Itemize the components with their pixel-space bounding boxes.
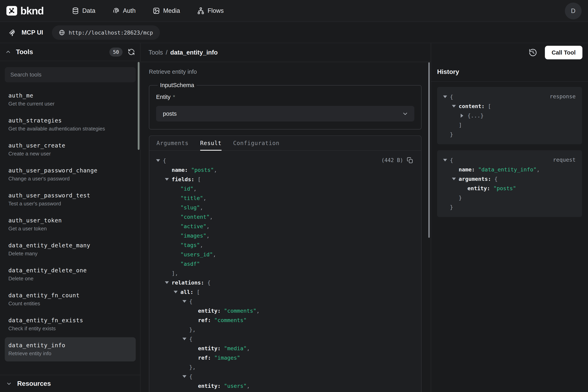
sidebar-tool-auth_user_token[interactable]: auth_user_tokenGet a user token <box>5 212 136 236</box>
tool-name: data_entity_fn_count <box>8 292 132 299</box>
collapse-triangle-icon[interactable] <box>174 291 178 293</box>
tool-detail-panel: Retrieve entity info InputSchema Entity*… <box>141 62 431 392</box>
tool-name: data_entity_delete_one <box>8 267 132 274</box>
json-line: entity: "posts" <box>443 184 576 193</box>
collapse-triangle-icon[interactable] <box>452 178 456 180</box>
json-line: ref: "images" <box>156 353 413 362</box>
entity-field-label: Entity* <box>156 94 414 100</box>
expand-triangle-icon[interactable] <box>461 114 463 118</box>
sidebar-tool-data_entity_fn_count[interactable]: data_entity_fn_countCount entities <box>5 287 136 312</box>
json-line: { <box>156 372 413 381</box>
copy-icon[interactable] <box>407 157 413 164</box>
mcp-logo-icon <box>8 28 16 37</box>
history-entry-response[interactable]: response{content: [{...}]} <box>437 87 582 144</box>
collapse-triangle-icon[interactable] <box>165 281 169 284</box>
main-scrollbar[interactable] <box>428 62 430 238</box>
tab-configuration[interactable]: Configuration <box>233 136 279 150</box>
json-line: arguments: { <box>443 174 576 184</box>
history-clock-icon[interactable] <box>529 48 537 57</box>
workflow-icon <box>197 7 204 14</box>
collapse-triangle-icon[interactable] <box>156 159 160 162</box>
history-entry-type: request <box>553 157 576 163</box>
sidebar-tool-data_entity_info[interactable]: data_entity_infoRetrieve entity info <box>5 337 136 362</box>
search-input[interactable] <box>5 67 136 82</box>
tabs-row: ArgumentsResultConfiguration <box>149 136 421 151</box>
result-json-lines: {name: "posts",fields: ["id","title","sl… <box>156 156 413 392</box>
tool-description: Get the current user <box>8 101 132 107</box>
tool-name: auth_user_password_test <box>8 192 132 199</box>
resources-section-title: Resources <box>17 380 51 388</box>
json-line: } <box>443 193 576 202</box>
json-line: "tags", <box>156 240 413 250</box>
tool-name: data_entity_delete_many <box>8 242 132 249</box>
required-mark: * <box>173 94 175 100</box>
json-line: ref: "users" <box>156 390 413 392</box>
collapse-triangle-icon[interactable] <box>443 96 447 98</box>
json-line: {...} <box>443 111 576 120</box>
sidebar-scrollbar[interactable] <box>138 62 140 150</box>
main-header: Tools / data_entity_info Call Tool <box>141 43 588 62</box>
chevron-down-icon <box>402 110 408 117</box>
breadcrumb-section[interactable]: Tools <box>149 49 163 56</box>
entity-select-value: posts <box>163 110 177 117</box>
tool-name: auth_user_password_change <box>8 167 132 174</box>
tool-description: Check if entity exists <box>8 326 132 332</box>
collapse-triangle-icon[interactable] <box>452 105 456 108</box>
image-icon <box>153 7 160 14</box>
nav-item-media[interactable]: Media <box>153 7 180 14</box>
user-avatar[interactable]: D <box>565 2 582 20</box>
brand-name: bknd <box>20 5 43 17</box>
history-entry-request[interactable]: request{name: "data_entity_info",argumen… <box>437 150 582 217</box>
refresh-icon[interactable] <box>128 48 135 56</box>
mcp-title: MCP UI <box>21 29 43 36</box>
collapse-triangle-icon[interactable] <box>183 300 187 303</box>
tool-description: Test a user's password <box>8 200 132 207</box>
entity-select[interactable]: posts <box>156 106 414 122</box>
sidebar-tool-auth_user_create[interactable]: auth_user_createCreate a new user <box>5 138 136 162</box>
json-line: { <box>156 156 413 165</box>
json-line: } <box>443 130 576 139</box>
json-line: entity: "media", <box>156 344 413 353</box>
tool-description: Create a new user <box>8 151 132 157</box>
top-nav: bknd DataAuthMediaFlows D <box>0 0 588 22</box>
history-entries: response{content: [{...}]}request{name: … <box>431 82 588 228</box>
tab-result[interactable]: Result <box>200 136 221 150</box>
sidebar-tool-auth_strategies[interactable]: auth_strategiesGet the available authent… <box>5 112 136 137</box>
call-tool-button[interactable]: Call Tool <box>545 46 583 59</box>
nav-item-label: Flows <box>207 7 224 14</box>
collapse-triangle-icon[interactable] <box>165 178 169 180</box>
mcp-url-pill[interactable]: http://localhost:28623/mcp <box>52 25 160 40</box>
history-panel: History response{content: [{...}]}reques… <box>431 62 588 392</box>
sidebar-tool-data_entity_delete_one[interactable]: data_entity_delete_oneDelete one <box>5 262 136 286</box>
nav-item-label: Media <box>163 7 180 14</box>
resources-section-header[interactable]: Resources <box>0 375 140 392</box>
tool-name: auth_me <box>8 92 132 99</box>
sidebar-tool-data_entity_delete_many[interactable]: data_entity_delete_manyDelete many <box>5 237 136 262</box>
collapse-triangle-icon[interactable] <box>183 338 187 340</box>
mcp-bar: MCP UI http://localhost:28623/mcp <box>0 22 588 43</box>
sidebar-tool-data_entity_fn_exists[interactable]: data_entity_fn_existsCheck if entity exi… <box>5 312 136 336</box>
json-line: ], <box>156 268 413 278</box>
globe-icon <box>59 29 65 36</box>
sidebar-tool-auth_me[interactable]: auth_meGet the current user <box>5 88 136 112</box>
json-line: } <box>443 202 576 212</box>
json-line: "asdf" <box>156 259 413 268</box>
tools-list: auth_meGet the current userauth_strategi… <box>5 88 136 362</box>
collapse-triangle-icon[interactable] <box>443 159 447 162</box>
nav-item-auth[interactable]: Auth <box>113 7 136 14</box>
json-line: "title", <box>156 194 413 203</box>
tools-section-header[interactable]: Tools 50 <box>0 43 140 61</box>
breadcrumb-current: data_entity_info <box>170 49 218 56</box>
tab-arguments[interactable]: Arguments <box>157 136 189 150</box>
sidebar-tool-auth_user_password_test[interactable]: auth_user_password_testTest a user's pas… <box>5 188 136 212</box>
nav-item-data[interactable]: Data <box>72 7 95 14</box>
tool-description: Delete many <box>8 250 132 257</box>
nav-items: DataAuthMediaFlows <box>72 7 224 14</box>
json-line: "content", <box>156 212 413 222</box>
sidebar-tool-auth_user_password_change[interactable]: auth_user_password_changeChange a user's… <box>5 162 136 186</box>
bknd-logo-icon[interactable] <box>6 6 17 16</box>
json-line: content: [ <box>443 102 576 111</box>
collapse-triangle-icon[interactable] <box>183 375 187 378</box>
json-line: { <box>156 297 413 306</box>
nav-item-flows[interactable]: Flows <box>197 7 224 14</box>
